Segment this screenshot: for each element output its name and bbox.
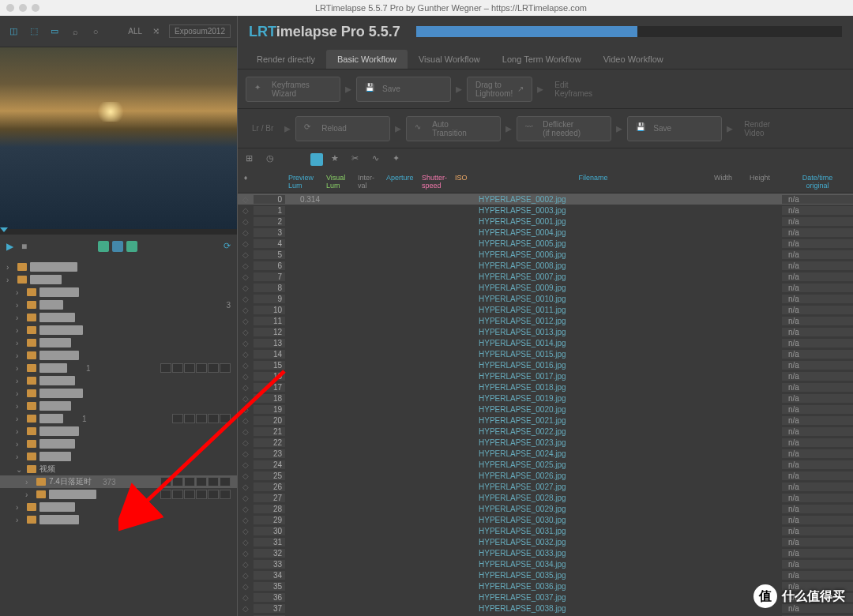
table-row[interactable]: ◇9HYPERLAPSE_0010.jpgn/a [238, 293, 853, 304]
folder-selected[interactable]: ›7.4日落延时373 [0, 475, 237, 488]
table-row[interactable]: ◇27HYPERLAPSE_0028.jpgn/a [238, 492, 853, 503]
tab-render-directly[interactable]: Render directly [246, 50, 326, 69]
auto-transition-button[interactable]: ∿Auto Transition [406, 116, 501, 141]
crop-icon[interactable]: ◫ [6, 24, 21, 39]
table-row[interactable]: ◇3HYPERLAPSE_0004.jpgn/a [238, 227, 853, 238]
play-button[interactable]: ▶ [6, 241, 13, 252]
tab-long-term-workflow[interactable]: Long Term Workflow [491, 50, 592, 69]
th-width[interactable]: Width [711, 172, 746, 191]
table-row[interactable]: ◇34HYPERLAPSE_0035.jpgn/a [238, 569, 853, 580]
th-preview-lum[interactable]: Preview Lum [285, 172, 323, 191]
folder-item[interactable]: › [0, 336, 237, 349]
compare-icon-2[interactable] [112, 241, 123, 252]
table-row[interactable]: ◇12HYPERLAPSE_0013.jpgn/a [238, 326, 853, 337]
table-row[interactable]: ◇16HYPERLAPSE_0017.jpgn/a [238, 370, 853, 381]
keyframes-wizard-button[interactable]: ✦Keyframes Wizard [246, 77, 340, 102]
table-row[interactable]: ◇29HYPERLAPSE_0030.jpgn/a [238, 514, 853, 525]
table-row[interactable]: ◇7HYPERLAPSE_0007.jpgn/a [238, 271, 853, 282]
table-row[interactable]: ◇21HYPERLAPSE_0022.jpgn/a [238, 426, 853, 437]
folder-item[interactable]: ›1 [0, 362, 237, 374]
folder-tree[interactable]: ››››3›››››1››››1›››⌄视频›7.4日落延时373››› [0, 257, 237, 616]
table-row[interactable]: ◇13HYPERLAPSE_0014.jpgn/a [238, 337, 853, 348]
table-row[interactable]: ◇24HYPERLAPSE_0025.jpgn/a [238, 459, 853, 470]
search-icon[interactable]: ⌕ [68, 24, 82, 39]
scrubber-handle[interactable] [0, 227, 8, 232]
table-row[interactable]: ◇31HYPERLAPSE_0032.jpgn/a [238, 536, 853, 547]
image-icon[interactable]: ▭ [47, 24, 62, 39]
table-row[interactable]: ◇25HYPERLAPSE_0026.jpgn/a [238, 470, 853, 481]
table-row[interactable]: ◇32HYPERLAPSE_0033.jpgn/a [238, 547, 853, 558]
table-row[interactable]: ◇33HYPERLAPSE_0034.jpgn/a [238, 558, 853, 569]
th-iso[interactable]: ISO [452, 172, 475, 191]
table-row[interactable]: ◇26HYPERLAPSE_0027.jpgn/a [238, 481, 853, 492]
minimize-dot[interactable] [19, 4, 27, 12]
folder-item[interactable]: ›3 [0, 299, 237, 311]
folder-item[interactable]: › [0, 324, 237, 336]
scissors-icon[interactable]: ✂ [351, 153, 364, 166]
shuffle-icon[interactable]: ⤨ [148, 24, 163, 39]
flag-icon[interactable] [310, 153, 323, 166]
save-button-2[interactable]: 💾Save [627, 116, 722, 141]
table-row[interactable]: ◇17HYPERLAPSE_0018.jpgn/a [238, 381, 853, 393]
folder-item[interactable]: › [0, 513, 237, 526]
folder-video[interactable]: ⌄视频 [0, 463, 237, 475]
table-row[interactable]: ◇11HYPERLAPSE_0012.jpgn/a [238, 315, 853, 326]
folder-item[interactable]: ›1 [0, 412, 237, 425]
grid-icon[interactable]: ⊞ [246, 153, 258, 166]
deflicker-button[interactable]: 〰Deflicker (if needed) [517, 116, 611, 141]
table-row[interactable]: ◇22HYPERLAPSE_0023.jpgn/a [238, 437, 853, 448]
preset-select[interactable]: Exposum2012 [169, 24, 231, 38]
wand-icon[interactable]: ✦ [393, 153, 405, 166]
folder-item[interactable]: › [0, 374, 237, 387]
folder-item[interactable]: › [0, 286, 237, 299]
table-row[interactable]: ◇8HYPERLAPSE_0009.jpgn/a [238, 282, 853, 293]
th-keyframe[interactable]: ♦ [238, 172, 254, 191]
table-row[interactable]: ◇15HYPERLAPSE_0016.jpgn/a [238, 359, 853, 370]
maximize-dot[interactable] [32, 4, 39, 12]
table-row[interactable]: ◇30HYPERLAPSE_0031.jpgn/a [238, 525, 853, 536]
folder-item[interactable]: › [0, 438, 237, 450]
reload-button[interactable]: ⟳Reload [295, 116, 390, 141]
th-shutter[interactable]: Shutter- speed [419, 172, 452, 191]
folder-item[interactable]: › [0, 349, 237, 362]
close-dot[interactable] [6, 4, 14, 12]
th-aperture[interactable]: Aperture [383, 172, 419, 191]
th-interval[interactable]: Inter- val [355, 172, 383, 191]
table-row[interactable]: ◇5HYPERLAPSE_0006.jpgn/a [238, 249, 853, 260]
th-height[interactable]: Height [746, 172, 782, 191]
drag-lightroom-button[interactable]: Drag to Lightroom!↗ [467, 77, 532, 102]
refresh-icon[interactable]: ⟳ [224, 241, 231, 251]
folder-item[interactable]: › [0, 311, 237, 324]
table-row[interactable]: ◇2HYPERLAPSE_0001.jpgn/a [238, 216, 853, 227]
tab-basic-workflow[interactable]: Basic Workflow [326, 50, 408, 69]
folder-item[interactable]: › [0, 400, 237, 412]
clock-icon[interactable]: ◷ [266, 153, 279, 166]
folder-item[interactable]: › [0, 261, 237, 273]
scrubber[interactable] [0, 229, 237, 234]
folder-item[interactable]: › [0, 387, 237, 400]
table-row[interactable]: ◇14HYPERLAPSE_0015.jpgn/a [238, 348, 853, 359]
compare-icon-1[interactable] [98, 241, 109, 252]
tab-video-workflow[interactable]: Video Workflow [592, 50, 675, 69]
th-index[interactable] [254, 172, 285, 191]
th-visual-lum[interactable]: Visual Lum [323, 172, 355, 191]
folder-item[interactable]: › [0, 501, 237, 513]
table-body[interactable]: ◇00.314HYPERLAPSE_0002.jpgn/a◇1HYPERLAPS… [238, 193, 853, 616]
brush-icon[interactable]: ∿ [372, 153, 385, 166]
all-label[interactable]: ALL [128, 27, 142, 36]
folder-item[interactable]: › [0, 425, 237, 438]
table-row[interactable]: ◇28HYPERLAPSE_0029.jpgn/a [238, 503, 853, 514]
table-row[interactable]: ◇19HYPERLAPSE_0020.jpgn/a [238, 404, 853, 415]
stop-button[interactable]: ■ [21, 241, 27, 252]
circle-icon[interactable]: ○ [88, 24, 103, 39]
table-row[interactable]: ◇00.314HYPERLAPSE_0002.jpgn/a [238, 193, 853, 205]
folder-item[interactable]: › [0, 450, 237, 463]
compare-icon-3[interactable] [126, 241, 137, 252]
table-row[interactable]: ◇4HYPERLAPSE_0005.jpgn/a [238, 238, 853, 249]
table-row[interactable]: ◇23HYPERLAPSE_0024.jpgn/a [238, 448, 853, 459]
folder-item[interactable]: › [0, 488, 237, 501]
save-button-1[interactable]: 💾Save [356, 77, 451, 102]
star-icon[interactable]: ★ [331, 153, 344, 166]
tab-visual-workflow[interactable]: Visual Workflow [408, 50, 491, 69]
folder-item[interactable]: › [0, 273, 237, 286]
